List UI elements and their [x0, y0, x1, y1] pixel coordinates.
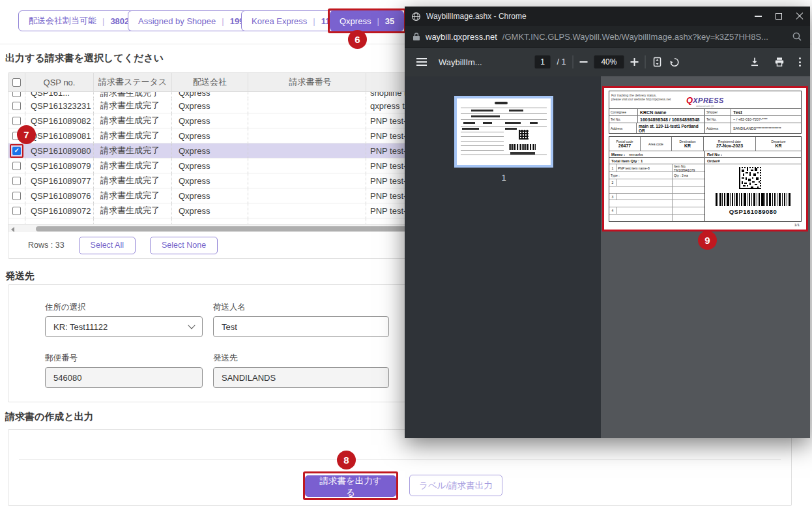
annotation-badge-9: 9 — [698, 231, 717, 250]
scroll-left-arrow-icon[interactable] — [11, 227, 14, 232]
separator: | — [102, 16, 104, 26]
zoom-level[interactable]: 40% — [594, 55, 624, 68]
url-path: /GMKT.INC.GLPS.Waybill.Web/WaybillImage.… — [502, 32, 787, 42]
select-none-button[interactable]: Select None — [150, 237, 218, 254]
fit-to-page-button[interactable] — [652, 57, 662, 67]
row-checkbox[interactable] — [12, 162, 21, 170]
filter-tab-label: Assigned by Shopee — [138, 16, 216, 26]
chevron-down-icon — [188, 321, 195, 329]
print-button-pdf[interactable] — [774, 57, 785, 67]
row-checkbox[interactable] — [12, 102, 21, 110]
thumb-line — [461, 145, 504, 146]
cell-invoice-no — [248, 203, 366, 218]
waybill-codes-row: Postal code26477 Area code DestinationKR… — [609, 137, 801, 151]
download-button[interactable] — [749, 57, 760, 67]
tel-label: Tel No. — [705, 116, 731, 123]
cell-status: 請求書生成完了 — [94, 158, 172, 173]
rotate-ccw-icon — [669, 57, 680, 68]
thumb-tracking-no — [510, 152, 535, 155]
memo-value: remarks — [627, 151, 645, 157]
column-header-qsp[interactable]: QSP no. — [25, 73, 94, 91]
column-header-status[interactable]: 請求書ステータス — [94, 73, 172, 91]
waybill-page-indicator: 1/1 — [794, 223, 800, 227]
cell-carrier: Qxpress — [172, 113, 248, 128]
cell-invoice-no — [248, 188, 366, 203]
filter-tab-assigned-by-shopee[interactable]: Assigned by Shopee | 199 — [128, 10, 254, 31]
more-options-icon[interactable] — [799, 57, 801, 67]
row-checkbox[interactable] — [12, 207, 21, 215]
row-checkbox[interactable] — [12, 192, 21, 200]
column-header-invoice-no[interactable]: 請求書番号 — [248, 73, 366, 91]
filter-tab-label: Korea Express — [252, 16, 307, 26]
pdf-doc-name: WaybillIm... — [439, 57, 495, 67]
destination-value: SANDILANDS — [222, 373, 276, 383]
thumb-line — [509, 110, 523, 112]
annotation-badge-7: 7 — [17, 125, 36, 144]
thumb-barcode — [509, 144, 536, 150]
row-checkbox-checked[interactable] — [12, 147, 21, 155]
pdf-toolbar: WaybillIm... 1 / 1 40% — [405, 48, 810, 76]
print-invoice-button[interactable]: 請求書を出力する — [305, 475, 396, 497]
annotation-box-step6: Qxpress | 35 — [328, 8, 406, 33]
pdf-viewer-canvas: For tracking the delivery status, please… — [601, 76, 810, 438]
cell-carrier: Qxpress — [172, 173, 248, 188]
cell-qsp: QSP161089080 — [25, 143, 94, 158]
cell-qsp: QSP161089072 — [25, 203, 94, 218]
thumb-logo — [495, 102, 508, 104]
address-select[interactable]: KR: Test11122 — [45, 316, 203, 337]
filter-tab-qxpress[interactable]: Qxpress | 35 — [330, 10, 404, 31]
select-all-checkbox[interactable] — [12, 78, 21, 87]
cell-carrier: Qxpress — [172, 158, 248, 173]
thumb-line — [461, 150, 504, 151]
shipper-tel: ~ / +82-010-7207-**** — [731, 116, 770, 123]
thumb-line — [461, 141, 504, 141]
column-header-carrier[interactable]: 配送会社 — [172, 73, 248, 91]
zoom-search-icon[interactable] — [792, 31, 802, 42]
label-invoice-button[interactable]: ラベル/請求書出力 — [409, 475, 502, 496]
select-all-button[interactable]: Select All — [79, 237, 136, 254]
cell-status: 請求書生成完了 — [94, 128, 172, 143]
address-select-value: KR: Test11122 — [53, 322, 108, 332]
page-total: / 1 — [557, 57, 566, 67]
item-no: Item No. TM108941079 — [672, 164, 704, 171]
row-checkbox[interactable] — [12, 177, 21, 185]
cell-invoice-no — [248, 173, 366, 188]
postal-code-input[interactable]: 546080 — [45, 367, 203, 388]
thumb-line — [461, 126, 547, 126]
ref-no-label: Ref No : — [705, 151, 724, 157]
pdf-thumbnail-sidebar: 1 — [405, 76, 601, 438]
close-button[interactable] — [789, 7, 810, 26]
row-checkbox[interactable] — [12, 117, 21, 125]
separator: | — [377, 16, 379, 26]
cell-invoice-no — [248, 113, 366, 128]
divider — [19, 459, 781, 460]
item-name: PNP test item name-8 — [616, 164, 672, 171]
url-bar[interactable]: waybill.qxpress.net /GMKT.INC.GLPS.Waybi… — [405, 26, 810, 48]
minimize-button[interactable] — [747, 7, 768, 26]
waybill-items: 1 PNP test item name-8 Item No. TM108941… — [609, 164, 801, 221]
page-number-input[interactable]: 1 — [535, 55, 551, 68]
printer-icon — [774, 57, 785, 67]
shipper-label: Shipper — [705, 109, 731, 115]
cell-status: 請求書生成完了 — [94, 203, 172, 218]
rotate-button[interactable] — [669, 57, 680, 68]
menu-icon[interactable] — [414, 55, 429, 68]
globe-favicon-icon — [411, 12, 421, 22]
annotation-badge-6: 6 — [348, 30, 367, 49]
item-row-number: 4 — [609, 207, 616, 214]
row-checkbox[interactable] — [12, 92, 21, 97]
zoom-in-button[interactable] — [630, 58, 638, 66]
cell-qsp: QSP161089082 — [25, 113, 94, 128]
zoom-out-button[interactable] — [579, 61, 587, 63]
maximize-button[interactable] — [768, 7, 789, 26]
thumb-line — [471, 115, 500, 117]
destination-label: 発送先 — [213, 353, 238, 364]
destination-input[interactable]: SANDILANDS — [213, 367, 389, 388]
filter-tab-carrier-assignable[interactable]: 配送会社割当可能 | 3802 — [18, 10, 139, 31]
fit-page-icon — [652, 57, 662, 67]
waybill-document annotation-box-step9: For tracking the delivery status, please… — [602, 86, 808, 231]
sender-name-input[interactable]: Test — [213, 316, 389, 337]
consignee-address: main st. 120-11-test1 Portland OR — [637, 123, 704, 133]
window-titlebar[interactable]: WaybillImage.ashx - Chrome — [405, 7, 810, 26]
page-thumbnail[interactable] — [454, 96, 553, 168]
